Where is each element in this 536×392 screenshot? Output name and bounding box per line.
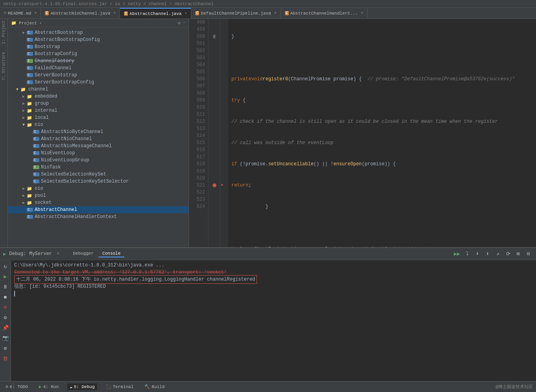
class-icon: C <box>27 215 33 219</box>
tree-item-oio[interactable]: ▶ 📁 oio <box>8 185 189 192</box>
code-content[interactable]: } private void register0(ChannelPromise … <box>228 19 536 247</box>
debug-restart-btn[interactable]: ↻ <box>2 263 9 270</box>
line-num-502: 502 <box>192 47 205 54</box>
bottom-tab-run[interactable]: ▶ 4: Run <box>37 383 61 390</box>
tree-item-nio[interactable]: ▼ 📁 nio <box>8 121 189 128</box>
debug-tab-console[interactable]: Console <box>98 250 124 257</box>
class-icon: C <box>27 66 33 70</box>
console-cursor-line[interactable] <box>14 290 533 297</box>
line-num-521: 521 <box>192 182 205 189</box>
tree-item-internal[interactable]: ▶ 📁 internal <box>8 107 189 114</box>
tree-item-selectedselectionkeyset[interactable]: C SelectedSelectionKeySet <box>8 171 189 178</box>
tree-item-bootstrapconfig[interactable]: C BootstrapConfig <box>8 50 189 57</box>
gutter-524 <box>209 203 220 210</box>
debug-pause-btn[interactable]: ⏸ <box>2 283 9 291</box>
code-line-498: } <box>231 33 533 40</box>
debug-panel: ▶ Debug: MyServer × Debugger Console ▶▶ … <box>0 247 536 381</box>
debug-btn-step-into[interactable]: ⬇ <box>473 250 482 258</box>
tab-close-4[interactable]: × <box>361 11 363 15</box>
gutter-507 <box>209 83 220 90</box>
debug-tabs: Debugger Console <box>69 250 124 257</box>
tree-item-failedchannel[interactable]: C FailedChannel <box>8 65 189 72</box>
bottom-bar: ≡ 6: TODO ▶ 4: Run ☁ 5: Debug ⬛ Terminal… <box>0 381 536 392</box>
bottom-tab-terminal[interactable]: ⬛ Terminal <box>104 383 136 390</box>
debug-btn-run-to-cursor[interactable]: ↗ <box>493 250 502 258</box>
eg-515 <box>220 139 228 146</box>
edge-tab-structure[interactable]: 7: Structure <box>2 52 6 80</box>
class-icon: C <box>33 179 39 183</box>
debug-btn-step-over[interactable]: ⤵ <box>463 250 471 258</box>
folder-icon: 📁 <box>27 122 33 128</box>
debug-resume-btn[interactable]: ▶ <box>2 273 9 281</box>
tab-abstractchannel[interactable]: C AbstractChannel.java × <box>120 8 191 18</box>
execution-gutter: ➤ <box>220 19 228 247</box>
tree-item-selectedselectionkeysetselector[interactable]: C SelectedSelectionKeySetSelector <box>8 178 189 185</box>
tab-close-2[interactable]: × <box>185 11 187 16</box>
debug-btn-step-out[interactable]: ⬆ <box>483 250 492 258</box>
tree-item-abstractchannel[interactable]: C AbstractChannel <box>8 206 189 213</box>
debug-btn-variables[interactable]: ⊟ <box>524 250 533 258</box>
tree-item-abstractniomessagechannel[interactable]: C AbstractNioMessageChannel <box>8 142 189 150</box>
debug-settings-btn[interactable]: ⚙ <box>2 314 9 322</box>
tab-close-3[interactable]: × <box>274 11 277 15</box>
java-icon: C <box>45 11 49 15</box>
debug-pin-btn[interactable]: 📌 <box>2 324 9 332</box>
edge-tab-project[interactable]: 1: Project <box>2 20 6 44</box>
tab-close-1[interactable]: × <box>113 11 116 15</box>
debug-btn-frames[interactable]: ⊞ <box>514 250 523 258</box>
collapse-icon[interactable]: − <box>183 20 185 26</box>
eg-508 <box>220 90 228 97</box>
tree-item-serverbootstrap[interactable]: C ServerBootstrap <box>8 72 189 79</box>
tree-item-pool[interactable]: ▶ 📁 pool <box>8 192 189 199</box>
gear-icon[interactable]: ⚙ <box>178 20 181 26</box>
debug-btn-evaluate[interactable]: ⟳ <box>504 250 512 258</box>
console-output[interactable]: C:\Users\My\.jdks\corretto-1.8.0_312\bin… <box>11 260 536 381</box>
debug-btn-resume[interactable]: ▶▶ <box>453 250 461 258</box>
tree-item-abstractniobytechannel[interactable]: C AbstractNioByteChannel <box>8 128 189 135</box>
debug-stop-btn[interactable]: ■ <box>2 293 9 301</box>
bottom-tab-todo[interactable]: ≡ 6: TODO <box>3 384 30 390</box>
tree-item-local[interactable]: ▶ 📁 local <box>8 114 189 121</box>
line-num-512: 512 <box>192 118 205 125</box>
debug-mute-btn[interactable]: ⊘ <box>2 303 9 311</box>
bottom-tab-build[interactable]: 🔨 Build <box>142 383 167 390</box>
debug-trash-btn[interactable]: 🗑 <box>2 355 9 362</box>
dropdown-icon[interactable]: ▾ <box>39 21 42 26</box>
tab-abstractchannelhandler[interactable]: C AbstractChannelHandlerC... × <box>281 8 368 18</box>
tab-defaultchannelpipeline[interactable]: C DefaultChannelPipeline.java × <box>191 8 281 18</box>
code-line-505: return; <box>231 182 533 189</box>
tree-item-abstractbootstrap[interactable]: ▶ C AbstractBootstrap <box>8 29 189 36</box>
eg-512 <box>220 118 228 125</box>
tree-item-bootstrap[interactable]: C Bootstrap <box>8 43 189 50</box>
breakpoint-dot-521[interactable] <box>213 183 216 187</box>
tree-item-serverbootstrapconfig[interactable]: C ServerBootstrapConfig <box>8 79 189 86</box>
tree-item-socket[interactable]: ▶ 📁 socket <box>8 199 189 206</box>
watermark: @稀土掘金技术社区 <box>495 384 533 390</box>
tree-item-channelfactory[interactable]: I ChannelFactory <box>8 57 189 65</box>
sidebar-header-right[interactable]: ⚙ − <box>178 20 185 26</box>
tab-readme[interactable]: M README.md × <box>0 8 41 18</box>
line-num-518: 518 <box>192 161 205 168</box>
tree-item-channel-folder[interactable]: ▼ 📁 channel <box>8 86 189 93</box>
tree-item-abstractniochannel[interactable]: C AbstractNioChannel <box>8 135 189 142</box>
tree-item-nioeventloopgroup[interactable]: C NioEventLoopGroup <box>8 157 189 164</box>
code-line-503: // call was outside of the eventLoop <box>231 139 533 146</box>
debug-toolbar[interactable]: ▶▶ ⤵ ⬇ ⬆ ↗ ⟳ ⊞ ⊟ <box>453 250 533 258</box>
tab-close-readme[interactable]: × <box>34 11 37 15</box>
tree-item-abstractbootstrapconfig[interactable]: C AbstractBootstrapConfig <box>8 36 189 43</box>
code-scroll[interactable]: 498 499 500 501 502 503 504 505 506 507 … <box>189 19 536 247</box>
tree-item-niotask[interactable]: I NioTask <box>8 164 189 171</box>
debug-gear2-btn[interactable]: ⚙ <box>2 344 9 352</box>
bottom-tab-debug[interactable]: ☁ 5: Debug <box>67 383 97 390</box>
tree-item-nioeventloop[interactable]: C NioEventLoop <box>8 150 189 157</box>
debug-screenshot-btn[interactable]: 📷 <box>2 334 9 342</box>
line-num-509: 509 <box>192 97 205 104</box>
tree-item-embedded[interactable]: ▶ 📁 embedded <box>8 93 189 100</box>
debug-tab-debugger[interactable]: Debugger <box>69 250 98 257</box>
debug-close-icon[interactable]: × <box>57 251 59 257</box>
class-icon: C <box>27 208 33 212</box>
tree-item-group[interactable]: ▶ 📁 group <box>8 100 189 107</box>
tree-item-abstractchannelhandlercontext[interactable]: C AbstractChannelHandlerContext <box>8 213 189 220</box>
debug-title-label: Debug: <box>9 251 26 257</box>
tab-abstractniochannel[interactable]: C AbstractNioChannel.java × <box>41 8 120 18</box>
